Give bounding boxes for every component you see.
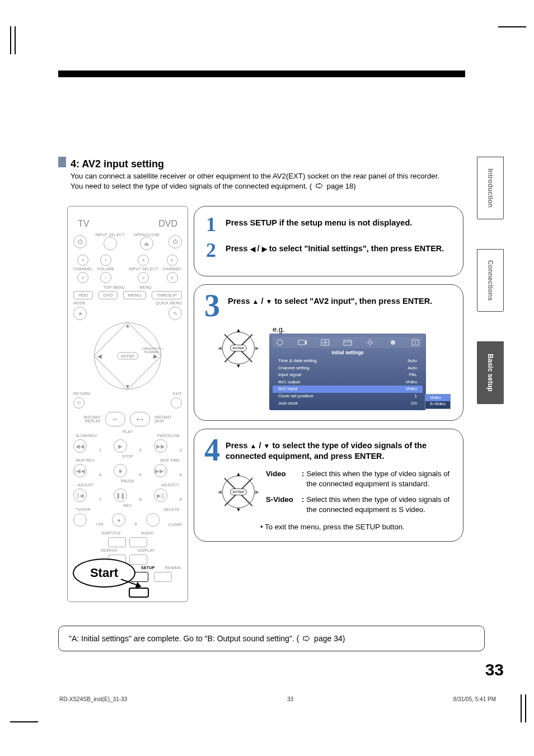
- osd-row-selected: AV2 inputVideo: [273, 386, 423, 393]
- osd-title: Initial settings: [273, 350, 423, 355]
- start-callout: Start: [73, 558, 135, 588]
- steps-box-1: 1 Press SETUP if the setup menu is not d…: [194, 206, 463, 276]
- dvd-input-down: ∨: [138, 272, 149, 283]
- dpad-mini-icon: ENTER ▲▼◀▶: [219, 472, 258, 511]
- intro-paragraph: You can connect a satellite receiver or …: [71, 171, 462, 191]
- up-arrow-icon: ▲: [252, 298, 259, 306]
- right-arrow-icon: ▶: [262, 245, 267, 253]
- crop-mark: [521, 694, 526, 722]
- audio-button: [129, 537, 147, 547]
- volume-down: −: [100, 272, 111, 283]
- tab-basic-setup: Basic setup: [477, 341, 504, 403]
- enter-button: ENTER: [117, 353, 138, 360]
- tv-channel-up: ∧: [77, 255, 88, 266]
- heading-marker: [58, 157, 66, 167]
- page-number: 33: [485, 660, 504, 679]
- step-number-4: 4: [204, 437, 218, 464]
- down-arrow-icon: ▼: [266, 298, 273, 306]
- footer: RD-XS24SB_inst(E)_31-33 33 8/31/05, 5:41…: [59, 696, 496, 702]
- left-arrow-icon: ◀: [250, 245, 255, 253]
- stop-button: ■: [114, 464, 127, 477]
- osd-option-panel: Video S-Video: [425, 394, 451, 409]
- adjust-minus-button: ||◀: [73, 489, 87, 502]
- osd-t-icon: T: [410, 339, 420, 346]
- osd-grid-icon: [320, 339, 330, 346]
- menu-button: MENU: [123, 291, 147, 299]
- crop-mark: [10, 718, 38, 722]
- tv-power-button: ⏻: [73, 235, 87, 248]
- osd-dvd-icon: [275, 339, 285, 346]
- rec-button: ●: [112, 513, 125, 527]
- adjust-plus-button: ▶||: [154, 489, 167, 502]
- forward-button: ▶▶: [154, 439, 167, 453]
- footer-right: 8/31/05, 5:41 PM: [453, 696, 496, 702]
- svg-point-12: [391, 340, 395, 345]
- footer-mid: 33: [287, 696, 293, 702]
- remote-dvd-label: DVD: [158, 219, 177, 229]
- dvd-button: DVD: [99, 291, 118, 299]
- instant-replay-button: ⤺: [105, 412, 125, 426]
- dvd-input-up: ∧: [138, 255, 149, 266]
- return-button: ⟲: [73, 397, 85, 408]
- intro-line2: You need to select the type of video sig…: [71, 181, 462, 191]
- exit-button: [171, 397, 182, 408]
- option-svideo: S-Video: Select this when the type of vi…: [266, 495, 453, 515]
- step-number-3: 3: [204, 293, 220, 320]
- input-select-button: [104, 237, 117, 250]
- footer-left: RD-XS24SB_inst(E)_31-33: [59, 696, 127, 702]
- page-ref-arrow-icon: [316, 182, 323, 189]
- up-arrow-icon: ▲: [250, 442, 257, 450]
- delete-button: [146, 513, 160, 527]
- section-heading: 4: AV2 input setting: [71, 158, 164, 170]
- exit-note: • To exit the menu, press the SETUP butt…: [260, 523, 453, 531]
- volume-up: +: [100, 255, 111, 266]
- instant-skip-button: •⤻: [130, 412, 150, 426]
- crop-mark: [498, 26, 526, 31]
- step-number-1: 1: [204, 214, 218, 234]
- osd-tv-icon: [343, 339, 353, 346]
- hdd-button: HDD: [73, 291, 93, 299]
- option-video: Video: Select this when the type of vide…: [266, 469, 453, 489]
- osd-row: AV1 outputVideo: [273, 378, 423, 386]
- mode-button: ★: [73, 307, 87, 320]
- tv-channel-down: ∨: [77, 272, 88, 283]
- dpad: ENTER ▲ ▼ ◀ ▶ OPERATION •NUMBER •: [94, 322, 161, 389]
- dpad-mini-icon: ENTER ▲▼◀▶: [219, 328, 258, 368]
- osd-row: Input signalPAL: [273, 372, 423, 379]
- svg-text:T: T: [414, 340, 417, 345]
- step-text-1: Press SETUP if the setup menu is not dis…: [226, 214, 412, 228]
- osd-row: Clock set position1: [273, 393, 423, 400]
- svg-rect-1: [298, 340, 305, 345]
- eg-label: e.g.: [273, 325, 453, 334]
- header-bar: [58, 71, 465, 77]
- dvd-channel-down: ∨: [167, 272, 178, 283]
- subtitle-button: [108, 537, 126, 547]
- step-number-2: 2: [204, 240, 218, 260]
- dvd-power-button: ⏻: [168, 235, 182, 248]
- rewind-button: ◀◀: [73, 439, 87, 453]
- osd-screenshot: T Initial settings Time & date settingAu…: [269, 334, 426, 410]
- svg-point-0: [277, 340, 283, 345]
- tab-introduction: Introduction: [477, 157, 504, 219]
- quick-menu-button: ✎: [168, 307, 182, 320]
- skip-fwd-button: ▶▶|: [154, 464, 167, 477]
- svg-point-7: [368, 341, 372, 344]
- open-close-button: ⏏: [140, 237, 153, 250]
- osd-row: Channel settingAuto: [273, 364, 423, 372]
- tab-connections: Connections: [477, 249, 504, 311]
- remain-button: [154, 572, 172, 582]
- bottom-note-box: "A: Initial settings" are complete. Go t…: [58, 626, 485, 651]
- dvd-channel-up: ∧: [167, 255, 178, 266]
- remote-control-diagram: TV DVD ⏻ INPUT SELECT OPEN/CLOSE⏏ ⏻ ∧CHA…: [67, 206, 188, 602]
- side-tabs: Introduction Connections Basic setup: [477, 157, 504, 403]
- osd-row: Just clockOn: [273, 400, 423, 407]
- crop-mark: [10, 26, 16, 54]
- down-arrow-icon: ▼: [264, 442, 270, 450]
- play-button: ▶: [114, 439, 127, 453]
- display-button: [129, 555, 147, 565]
- step-text-4: Press ▲ / ▼ to select the type of video …: [226, 437, 453, 462]
- osd-gear2-icon: [388, 339, 398, 346]
- svg-rect-5: [344, 340, 352, 345]
- skip-rev-button: |◀◀: [73, 464, 87, 477]
- tvdvr-button: [73, 513, 87, 527]
